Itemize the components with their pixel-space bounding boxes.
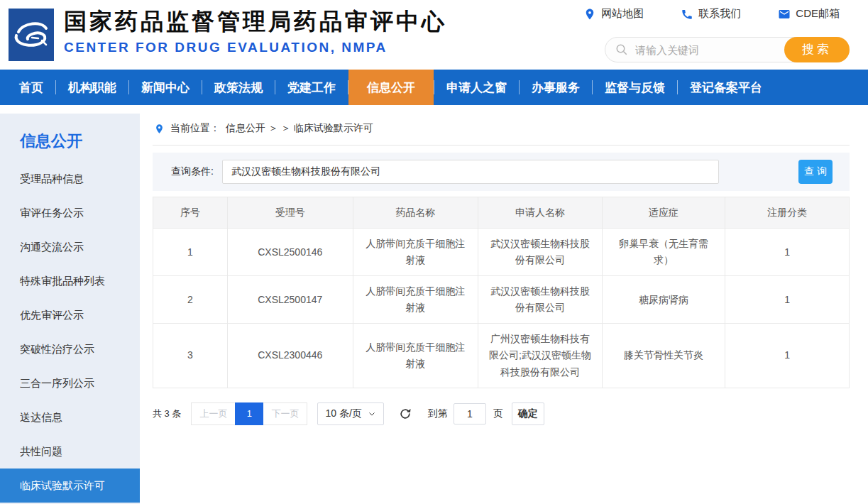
breadcrumb-label: 当前位置： (170, 122, 220, 135)
site-title: 国家药品监督管理局药品审评中心 (64, 7, 447, 37)
goto-page-label: 到第 (428, 407, 448, 420)
sidebar-item-delivery-info[interactable]: 送达信息 (0, 400, 140, 434)
col-header-drug-name: 药品名称 (353, 197, 478, 229)
cell-index: 1 (153, 229, 228, 276)
phone-icon (681, 8, 693, 21)
cell-registration-class: 1 (725, 324, 850, 388)
cell-applicant: 广州汉密顿生物科技有限公司;武汉汉密顿生物科技股份有限公司 (478, 324, 603, 388)
cell-applicant: 武汉汉密顿生物科技股份有限公司 (478, 276, 603, 324)
goto-page-suffix: 页 (493, 407, 503, 420)
query-button[interactable]: 查 询 (798, 160, 833, 184)
table-row: 3 CXSL2300446 人脐带间充质干细胞注射液 广州汉密顿生物科技有限公司… (153, 324, 850, 388)
site-subtitle: CENTER FOR DRUG EVALUATION, NMPA (64, 40, 447, 55)
title-block: 国家药品监督管理局药品审评中心 CENTER FOR DRUG EVALUATI… (64, 7, 447, 55)
sidebar-item-communication[interactable]: 沟通交流公示 (0, 230, 140, 264)
mailbox-label: CDE邮箱 (796, 7, 840, 21)
table-header-row: 序号 受理号 药品名称 申请人名称 适应症 注册分类 (153, 197, 850, 229)
breadcrumb: 当前位置：信息公开 ＞ ＞ 临床试验默示许可 (153, 114, 850, 146)
table-row: 2 CXSL2500147 人脐带间充质干细胞注射液 武汉汉密顿生物科技股份有限… (153, 276, 850, 324)
nav-item-registration-platform[interactable]: 登记备案平台 (678, 70, 774, 105)
col-header-indication: 适应症 (602, 197, 725, 229)
col-header-index: 序号 (153, 197, 228, 229)
sidebar-item-special-approval-list[interactable]: 特殊审批品种列表 (0, 264, 140, 298)
cell-acceptance-no: CXSL2300446 (227, 324, 353, 388)
sidebar-item-priority-review[interactable]: 优先审评公示 (0, 298, 140, 332)
sidebar-item-three-in-one[interactable]: 三合一序列公示 (0, 366, 140, 400)
cell-applicant: 武汉汉密顿生物科技股份有限公司 (478, 229, 603, 276)
cell-drug-name: 人脐带间充质干细胞注射液 (353, 324, 478, 388)
sidebar-item-clinical-trial-implied-license[interactable]: 临床试验默示许可 (0, 469, 140, 503)
cell-drug-name: 人脐带间充质干细胞注射液 (353, 276, 478, 324)
page-size-value: 10 条/页 (325, 407, 361, 420)
nav-item-home[interactable]: 首页 (7, 70, 55, 105)
sidebar-item-breakthrough-therapy[interactable]: 突破性治疗公示 (0, 332, 140, 366)
goto-page-input[interactable] (454, 403, 486, 424)
col-header-acceptance-no: 受理号 (227, 197, 353, 229)
sitemap-label: 网站地图 (601, 7, 644, 21)
main-nav: 首页 机构职能 新闻中心 政策法规 党建工作 信息公开 申请人之窗 办事服务 监… (0, 70, 868, 105)
cell-drug-name: 人脐带间充质干细胞注射液 (353, 229, 478, 276)
keyword-search-input[interactable] (628, 44, 784, 56)
pagination: 共 3 条 上一页 1 下一页 10 条/页 到第 页 确定 (153, 402, 850, 425)
sidebar-title: 信息公开 (0, 131, 140, 152)
search-icon (615, 43, 628, 56)
nav-item-supervision-feedback[interactable]: 监督与反馈 (593, 70, 677, 105)
cell-indication: 膝关节骨性关节炎 (602, 324, 725, 388)
sidebar-item-review-tasks[interactable]: 审评任务公示 (0, 196, 140, 230)
table-row: 1 CXSL2500146 人脐带间充质干细胞注射液 武汉汉密顿生物科技股份有限… (153, 229, 850, 276)
cell-acceptance-no: CXSL2500146 (227, 229, 353, 276)
col-header-applicant: 申请人名称 (478, 197, 603, 229)
main-panel: 当前位置：信息公开 ＞ ＞ 临床试验默示许可 查询条件: 查 询 序号 受理号 … (153, 114, 850, 504)
nav-item-services[interactable]: 办事服务 (520, 70, 592, 105)
map-pin-icon (583, 8, 596, 21)
sitemap-link[interactable]: 网站地图 (583, 7, 644, 21)
location-pin-icon (154, 124, 165, 134)
confirm-button[interactable]: 确定 (512, 402, 544, 425)
page-number-1[interactable]: 1 (235, 402, 263, 425)
page-size-select[interactable]: 10 条/页 (317, 402, 383, 425)
cell-indication: 糖尿病肾病 (602, 276, 725, 324)
site-header: 国家药品监督管理局药品审评中心 CENTER FOR DRUG EVALUATI… (0, 0, 868, 70)
chevron-down-icon (368, 410, 376, 418)
quick-links: 网站地图 联系我们 CDE邮箱 (583, 7, 840, 21)
nav-item-info-disclosure[interactable]: 信息公开 (348, 70, 434, 105)
cde-logo-icon (9, 9, 54, 61)
cell-index: 2 (153, 276, 228, 324)
cde-logo (9, 9, 54, 61)
query-section: 查询条件: 查 询 (153, 153, 850, 191)
nav-item-applicant-window[interactable]: 申请人之窗 (434, 70, 519, 105)
nav-item-policies[interactable]: 政策法规 (202, 70, 275, 105)
cell-acceptance-no: CXSL2500147 (227, 276, 353, 324)
col-header-registration-class: 注册分类 (725, 197, 850, 229)
sidebar: 信息公开 受理品种信息 审评任务公示 沟通交流公示 特殊审批品种列表 优先审评公… (0, 114, 140, 504)
prev-page-button[interactable]: 上一页 (191, 402, 235, 425)
contact-link[interactable]: 联系我们 (681, 7, 741, 21)
results-table: 序号 受理号 药品名称 申请人名称 适应症 注册分类 1 CXSL2500146… (153, 197, 850, 388)
nav-item-org-functions[interactable]: 机构职能 (56, 70, 128, 105)
sidebar-item-common-issues[interactable]: 共性问题 (0, 434, 140, 469)
nav-item-news[interactable]: 新闻中心 (129, 70, 202, 105)
cell-registration-class: 1 (725, 276, 850, 324)
query-input[interactable] (222, 160, 719, 184)
mail-icon (778, 8, 791, 21)
cell-registration-class: 1 (725, 229, 850, 276)
cell-indication: 卵巢早衰（无生育需求） (602, 229, 725, 276)
page: 国家药品监督管理局药品审评中心 CENTER FOR DRUG EVALUATI… (0, 0, 868, 504)
next-page-button[interactable]: 下一页 (263, 402, 307, 425)
pagination-total: 共 3 条 (153, 407, 181, 420)
query-label: 查询条件: (171, 165, 214, 178)
nav-item-party-building[interactable]: 党建工作 (275, 70, 348, 105)
mailbox-link[interactable]: CDE邮箱 (778, 7, 840, 21)
content: 信息公开 受理品种信息 审评任务公示 沟通交流公示 特殊审批品种列表 优先审评公… (0, 105, 868, 504)
sidebar-item-accepted-varieties[interactable]: 受理品种信息 (0, 162, 140, 196)
refresh-icon[interactable] (398, 407, 412, 421)
contact-label: 联系我们 (698, 7, 741, 21)
cell-index: 3 (153, 324, 228, 388)
header-search-bar: 搜索 (605, 37, 850, 62)
search-button[interactable]: 搜索 (784, 37, 850, 62)
breadcrumb-path: 信息公开 ＞ ＞ 临床试验默示许可 (226, 122, 373, 135)
